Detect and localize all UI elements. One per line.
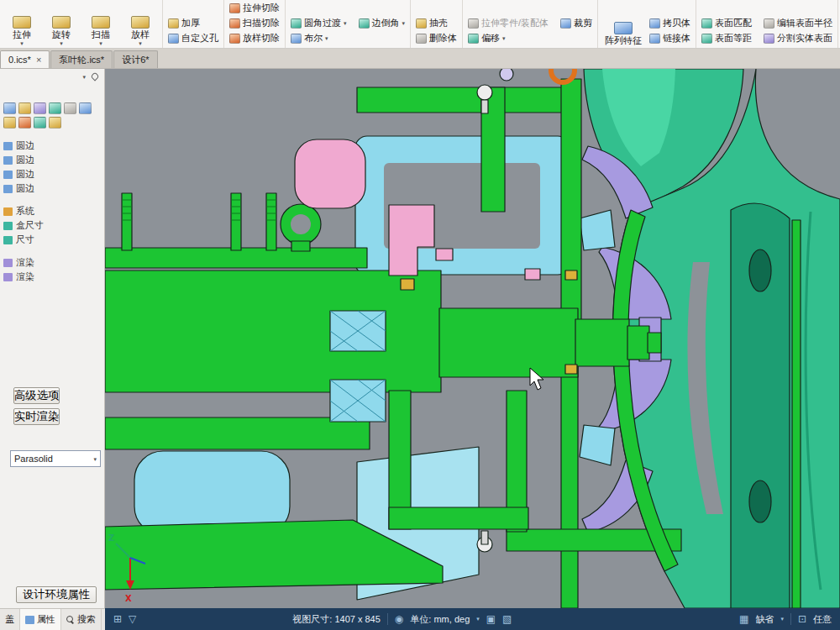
sidebar-bottom-tabs: 盖 属性 搜索: [0, 608, 105, 630]
tree-item-round-edge-2[interactable]: 圆边: [2, 153, 102, 167]
extrude-cut-icon: [229, 3, 240, 13]
tab-document-1[interactable]: 0.ics* ×: [0, 50, 50, 68]
sidebar-toolbar: [0, 84, 104, 132]
realtime-render-button[interactable]: 实时渲染: [13, 408, 60, 425]
flange-bolt-hole: [749, 249, 771, 291]
tree-item-round-edge-1[interactable]: 圆边: [2, 139, 102, 153]
toolbar-icon-10[interactable]: [49, 117, 61, 129]
ribbon-group-thicken: 加厚 自定义孔: [163, 0, 224, 48]
surface-match-button[interactable]: 表面匹配: [699, 16, 754, 30]
toolbar-icon-4[interactable]: [49, 102, 61, 114]
tree-item-coord-system[interactable]: 系统: [2, 204, 102, 218]
tree-item-render-2[interactable]: 渲染: [2, 270, 102, 284]
lavender-bolt: [500, 69, 513, 81]
toolbar-icon-5[interactable]: [64, 102, 76, 114]
surface-offset-label: 表面等距: [715, 32, 752, 45]
tree-item-label: 圆边: [16, 182, 34, 195]
kernel-dropdown[interactable]: Parasolid ▾: [10, 450, 101, 467]
edge-icon: [3, 156, 13, 165]
sweep-button[interactable]: 扫描 ▾: [81, 0, 120, 48]
render-preset-icon: ▦: [739, 613, 748, 625]
chamfer-icon: [359, 18, 370, 29]
revolve-label: 旋转: [52, 29, 71, 40]
pattern-feature-button[interactable]: 阵列特征: [601, 0, 646, 48]
tree-item-round-edge-4[interactable]: 圆边: [2, 181, 102, 196]
solid-display-icon[interactable]: ▣: [486, 613, 496, 625]
tree-item-box-size[interactable]: 盒尺寸: [2, 218, 102, 233]
link-body-button[interactable]: 链接体: [647, 31, 693, 45]
split-solid-face-button[interactable]: 分割实体表面: [761, 31, 835, 45]
tab-document-2-label: 泵叶轮.ics*: [59, 54, 104, 66]
design-env-properties-button[interactable]: 设计环境属性: [16, 586, 97, 603]
section-display-icon[interactable]: ▧: [502, 613, 512, 625]
pin-icon[interactable]: [90, 71, 99, 81]
shell-button[interactable]: 抽壳: [413, 16, 459, 30]
tree-item-label: 圆边: [16, 139, 34, 152]
toolbar-icon-3[interactable]: [34, 102, 46, 114]
split-solid-face-label: 分割实体表面: [777, 32, 832, 45]
fillet-label: 圆角过渡: [304, 17, 341, 29]
toolbar-icon-8[interactable]: [18, 117, 31, 129]
chamfer-button[interactable]: 边倒角 ▾: [356, 16, 408, 30]
delete-body-icon: [416, 34, 427, 44]
tab-document-3-label: 设计6*: [122, 54, 149, 66]
loft-cut-icon: [229, 34, 240, 44]
shell-label: 抽壳: [429, 17, 448, 29]
tab-search[interactable]: 搜索: [61, 609, 102, 630]
snap-label[interactable]: 任意: [813, 613, 832, 626]
offset-icon: [468, 34, 479, 44]
edit-surface-radius-button[interactable]: 编辑表面半径: [761, 16, 835, 30]
tab-document-2[interactable]: 泵叶轮.ics*: [50, 50, 113, 68]
loft-cut-button[interactable]: 放样切除: [227, 31, 282, 45]
stud-bolt: [122, 193, 132, 250]
snap-mode-icon: ⊡: [798, 613, 806, 625]
boolean-button[interactable]: 布尔 ▾: [288, 31, 407, 45]
revolve-button[interactable]: 旋转 ▾: [42, 0, 81, 48]
surface-offset-button[interactable]: 表面等距: [699, 31, 754, 45]
preset-label[interactable]: 缺省: [755, 613, 774, 626]
stud-bolt: [266, 193, 276, 250]
tab-cover[interactable]: 盖: [0, 609, 20, 630]
trim-button[interactable]: 裁剪: [558, 16, 595, 30]
toolbar-icon-7[interactable]: [3, 117, 16, 129]
delete-body-button[interactable]: 删除体: [413, 31, 459, 45]
edge-icon: [3, 142, 13, 150]
trim-label: 裁剪: [574, 17, 592, 29]
viewport-3d[interactable]: Z X: [105, 69, 840, 608]
close-icon[interactable]: ×: [36, 55, 41, 64]
tree-item-label: 渲染: [16, 256, 34, 269]
copy-body-button[interactable]: 拷贝体: [647, 16, 693, 30]
toolbar-icon-2[interactable]: [18, 102, 31, 114]
extrude-cut-button[interactable]: 拉伸切除: [227, 1, 282, 15]
tab-document-3[interactable]: 设计6*: [113, 50, 157, 68]
loft-button[interactable]: 放样 ▾: [121, 0, 160, 48]
ribbon: 拉伸 ▾ 旋转 ▾ 扫描 ▾ 放样 ▾: [0, 0, 840, 49]
fillet-button[interactable]: 圆角过渡 ▾: [288, 16, 349, 30]
custom-hole-button[interactable]: 自定义孔: [165, 31, 221, 45]
pattern-feature-label: 阵列特征: [605, 35, 642, 46]
selection-filter-icon[interactable]: ▽: [129, 613, 136, 625]
tab-search-label: 搜索: [77, 613, 96, 626]
extrude-button[interactable]: 拉伸 ▾: [3, 0, 41, 48]
toolbar-icon-9[interactable]: [34, 117, 46, 129]
tab-properties[interactable]: 属性: [20, 609, 61, 630]
pattern-feature-icon: [614, 22, 633, 34]
units-label[interactable]: 单位: mm, deg: [410, 613, 470, 626]
tree-item-round-edge-3[interactable]: 圆边: [2, 167, 102, 181]
offset-label: 偏移: [481, 32, 500, 45]
toolbar-icon-6[interactable]: [79, 102, 92, 114]
advanced-options-button[interactable]: 高级选项: [13, 387, 60, 404]
stretch-part-button[interactable]: 拉伸零件/装配体: [465, 16, 551, 30]
units-icon: ◉: [395, 613, 403, 625]
z-axis-label: Z: [108, 533, 114, 543]
grid-snap-icon[interactable]: ⊞: [113, 613, 122, 625]
tree-item-render-1[interactable]: 渲染: [2, 255, 102, 270]
tree-item-size[interactable]: 尺寸: [2, 233, 102, 247]
sweep-cut-button[interactable]: 扫描切除: [227, 16, 282, 30]
collapse-panel-icon[interactable]: ▾: [82, 74, 86, 80]
thicken-button[interactable]: 加厚: [165, 16, 221, 30]
boolean-icon: [291, 34, 302, 44]
loft-label: 放样: [131, 29, 150, 40]
toolbar-icon-1[interactable]: [3, 102, 16, 114]
offset-button[interactable]: 偏移 ▾: [465, 31, 595, 45]
